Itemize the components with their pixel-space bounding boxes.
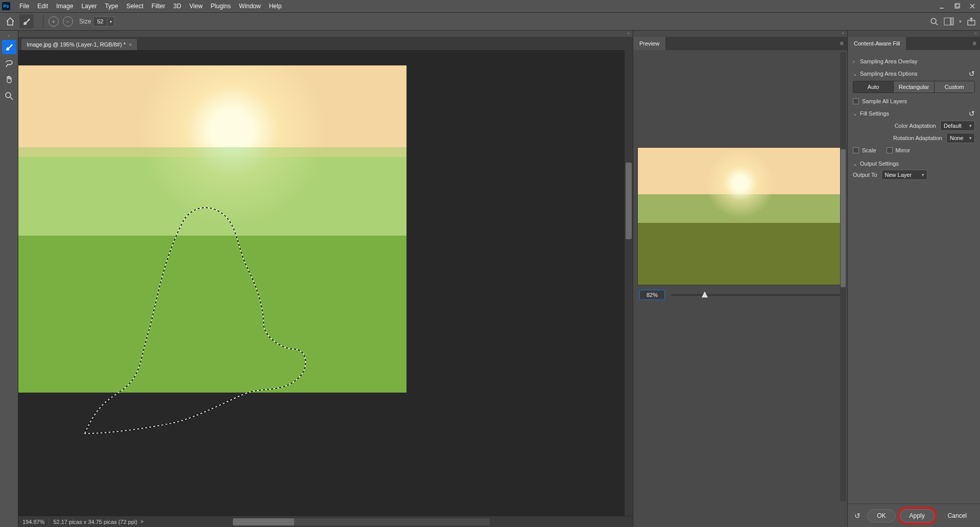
svg-rect-1 [955,4,959,8]
preview-tab[interactable]: Preview [633,37,665,50]
caf-collapse-icon[interactable]: » [848,31,980,37]
status-zoom[interactable]: 194.87% [22,519,44,525]
preview-panel-menu-icon[interactable]: ≡ [836,40,847,47]
preview-zoom-slider[interactable] [671,294,841,296]
sampling-mode-segmented: Auto Rectangular Custom [853,81,975,93]
canvas-vertical-scrollbar[interactable] [625,50,633,516]
options-divider [43,15,43,28]
preview-zoom-slider-handle[interactable] [702,291,708,297]
section-output-settings[interactable]: ⌄ Output Settings [853,161,975,167]
output-to-label: Output To [853,172,877,178]
workspace-switcher-icon[interactable] [944,17,954,26]
document-tab-bar: Image.jpg @ 195% (Layer-1, RGB/8#) * × [18,37,633,50]
sample-all-layers-row[interactable]: Sample All Layers [853,98,975,104]
caf-panel-menu-icon[interactable]: ≡ [969,40,980,47]
section-fill-settings[interactable]: ⌄ Fill Settings ↺ [853,109,975,118]
menu-layer[interactable]: Layer [77,3,101,10]
canvas-vertical-scrollbar-thumb[interactable] [626,163,632,239]
menu-image[interactable]: Image [52,3,77,10]
menu-edit[interactable]: Edit [33,3,52,10]
document-tab[interactable]: Image.jpg @ 195% (Layer-1, RGB/8#) * × [21,39,137,50]
chevron-down-icon[interactable]: ▾ [959,19,962,24]
share-icon[interactable] [967,17,976,26]
document-area: » Image.jpg @ 195% (Layer-1, RGB/8#) * × [18,31,633,527]
window-close-icon[interactable] [965,0,980,12]
add-to-sample-icon[interactable]: + [49,16,59,27]
section-sampling-options[interactable]: ⌄ Sampling Area Options ↺ [853,70,975,78]
subtract-from-sample-icon[interactable]: − [63,16,73,27]
svg-rect-8 [951,18,953,25]
section-fill-settings-title: Fill Settings [860,110,889,117]
sample-all-layers-checkbox[interactable] [853,98,859,104]
doc-collapse-icon[interactable]: » [18,31,633,37]
canvas-horizontal-scrollbar[interactable] [233,518,490,525]
search-icon[interactable] [929,17,939,26]
menu-select[interactable]: Select [122,3,147,10]
sampling-mode-rectangular[interactable]: Rectangular [893,81,934,93]
rotation-adaptation-value: None [950,135,963,141]
home-button[interactable] [4,15,16,28]
preview-zoom-controls [633,285,847,305]
menu-file[interactable]: File [15,3,33,10]
close-tab-icon[interactable]: × [129,41,132,48]
mirror-label: Mirror [896,147,911,153]
lasso-tool[interactable] [2,56,16,71]
chevron-down-icon: ⌄ [853,161,860,167]
preview-collapse-icon[interactable]: » [633,31,847,37]
mirror-row[interactable]: Mirror [887,147,911,153]
window-minimize-icon[interactable] [934,0,949,12]
menu-window[interactable]: Window [235,3,265,10]
left-toolbar: « [0,31,18,527]
output-to-value: New Layer [885,172,912,178]
document-tab-title: Image.jpg @ 195% (Layer-1, RGB/8#) * [27,41,126,48]
menu-3d[interactable]: 3D [169,3,185,10]
svg-point-10 [6,93,11,98]
sampling-brush-tool[interactable] [2,40,16,54]
preview-vertical-scrollbar-thumb[interactable] [841,149,846,287]
preview-vertical-scrollbar[interactable] [840,52,846,501]
hand-tool[interactable] [2,73,16,87]
rotation-adaptation-select[interactable]: None [946,133,975,143]
caf-tab[interactable]: Content-Aware Fill [848,37,906,50]
scale-label: Scale [862,147,876,153]
ok-button[interactable]: OK [867,509,895,522]
brush-size-input[interactable] [93,16,107,27]
caf-body: › Sampling Area Overlay ⌄ Sampling Area … [848,50,980,503]
window-controls [934,0,980,12]
sampling-brush-tool-icon[interactable] [19,14,34,29]
preview-zoom-input[interactable] [639,290,665,300]
svg-line-6 [936,23,938,25]
cancel-button[interactable]: Cancel [939,509,976,522]
brush-size-dropdown-icon[interactable]: ▾ [107,16,114,27]
window-maximize-icon[interactable] [949,0,965,12]
canvas[interactable] [18,50,633,516]
mirror-checkbox[interactable] [887,147,893,153]
menu-type[interactable]: Type [101,3,122,10]
reset-all-icon[interactable]: ↺ [852,510,863,521]
scale-row[interactable]: Scale [853,147,876,153]
chevron-down-icon: ⌄ [853,111,860,117]
sampling-mode-auto[interactable]: Auto [853,81,893,93]
svg-line-11 [10,97,13,100]
color-adaptation-value: Default [944,123,962,129]
menu-view[interactable]: View [185,3,207,10]
reset-fill-settings-icon[interactable]: ↺ [969,109,975,118]
canvas-horizontal-scrollbar-thumb[interactable] [233,518,294,525]
scale-checkbox[interactable] [853,147,859,153]
apply-button[interactable]: Apply [900,509,935,522]
main-area: « » Image.jpg @ 195% (Layer-1, RGB/8#) *… [0,31,980,527]
reset-sampling-options-icon[interactable]: ↺ [969,70,975,78]
section-sampling-overlay[interactable]: › Sampling Area Overlay [853,58,975,64]
lasso-selection [80,203,315,439]
status-info-chevron-icon[interactable]: > [140,519,144,524]
menu-plugins[interactable]: Plugins [207,3,235,10]
menu-filter[interactable]: Filter [148,3,170,10]
menu-help[interactable]: Help [265,3,286,10]
sampling-mode-custom[interactable]: Custom [934,81,974,93]
zoom-tool[interactable] [2,89,16,103]
rotation-adaptation-label: Rotation Adaptation [893,135,942,141]
toolbar-collapse-icon[interactable]: « [0,33,18,39]
color-adaptation-select[interactable]: Default [940,121,975,131]
output-to-select[interactable]: New Layer [881,170,927,180]
status-doc-info[interactable]: 52.17 picas x 34.75 picas (72 ppi) [53,519,137,525]
